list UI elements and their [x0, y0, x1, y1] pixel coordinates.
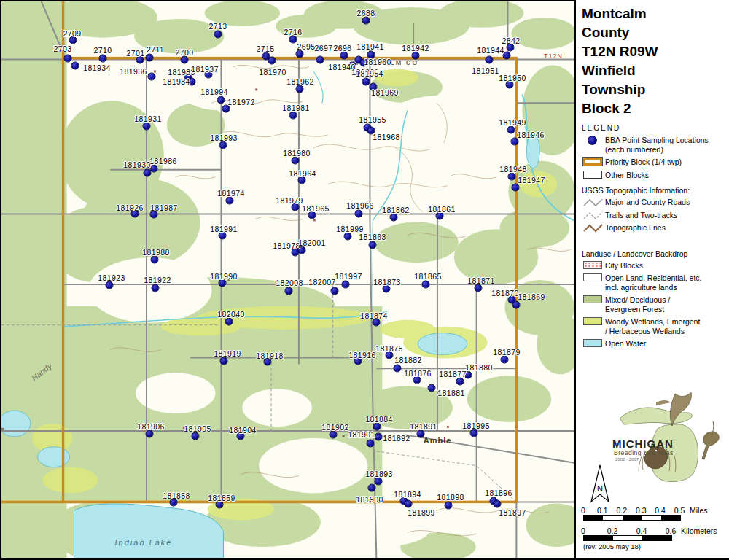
map-title-line: County	[582, 23, 729, 42]
bba-point-181892	[375, 433, 383, 441]
bba-point-181877	[456, 378, 464, 386]
place-label: T12N	[544, 52, 563, 60]
bba-point-181954	[362, 78, 370, 86]
map-title-line: Township	[582, 80, 729, 99]
bba-point-2703	[64, 55, 72, 63]
bba-point-label: 181968	[373, 133, 399, 141]
bba-point-182040	[225, 318, 233, 326]
bba-point-181881	[428, 384, 436, 392]
bba-point-label: 181899	[408, 508, 434, 517]
priority-swatch-icon	[583, 158, 602, 166]
bba-point-181995	[470, 429, 478, 438]
scale-tick: 0.5	[674, 506, 685, 515]
bba-point-181988	[151, 256, 159, 264]
bba-point-2713	[214, 31, 222, 39]
legend-items: BBA Point Sampling Locations(each number…	[576, 133, 729, 181]
bba-point-181997	[342, 281, 350, 289]
scale-segment	[584, 516, 603, 520]
bba-point-181897	[494, 500, 502, 508]
bba-point-label: 181871	[467, 276, 494, 285]
bba-point-label: 181879	[493, 348, 520, 357]
bba-point-label: 181930	[123, 160, 150, 169]
bba-point-label: 182040	[217, 310, 244, 319]
revision-note: (rev. 2005 may 18)	[583, 542, 641, 551]
bba-point-label: 181916	[348, 351, 375, 359]
bba-point-label: 181955	[359, 115, 386, 124]
scale-segment	[642, 516, 660, 520]
logo-subtitle: Breeding Bird Atlas	[614, 449, 674, 456]
legend-item-label: (each numbered)	[605, 145, 729, 155]
bba-point-label: 181970	[259, 68, 286, 77]
legend-item: Trails and Two-tracks	[582, 209, 729, 222]
north-letter: N	[597, 484, 603, 493]
bba-point-181865	[422, 281, 430, 289]
scale-segment	[613, 536, 642, 540]
legend-item: City Blocks	[582, 259, 729, 272]
bba-point-label: 2700	[176, 48, 194, 57]
bba-point-label: 181882	[394, 356, 421, 365]
bba-point-label: 182008	[276, 279, 303, 287]
scale-segment	[623, 516, 642, 520]
bba-point-label: 181948	[499, 165, 526, 174]
bba-point-182007	[331, 287, 339, 295]
bba-point-label: 181949	[499, 118, 526, 127]
legend-item-label: incl. agriculture lands	[605, 283, 729, 292]
bba-point-181922	[152, 284, 160, 292]
bba-point-181884	[373, 423, 381, 431]
scale-tick: 0	[581, 506, 585, 515]
legend-item: Major and County Roads	[582, 195, 729, 209]
bba-point-181999	[344, 233, 352, 241]
wetland-swatch-icon	[583, 317, 602, 325]
bba-point-181936	[148, 73, 156, 81]
scale-tick: 0.4	[636, 526, 647, 535]
bba-point-label: 181931	[134, 114, 161, 123]
open-swatch-icon	[583, 273, 602, 281]
topo-line-swatch-icon	[583, 223, 604, 233]
bba-point-label: 181926	[116, 203, 143, 212]
bba-point-label: 181858	[163, 491, 190, 500]
legend-item-label: Topographic Lnes	[605, 223, 729, 233]
bba-point-label: 181862	[382, 206, 409, 214]
bba-point-181951	[486, 56, 494, 64]
scale-tick: 0.2	[616, 506, 627, 515]
bba-point-label: 181870	[491, 289, 518, 298]
landuse-items: City BlocksOpen Land, Residential, etc.i…	[576, 259, 729, 350]
legend-item-label: Open Land, Residential, etc.	[605, 273, 729, 283]
north-arrow-icon: N	[589, 464, 611, 506]
bba-point-label: 181923	[98, 273, 125, 282]
bba-point-label: 181869	[518, 292, 545, 301]
bba-point-label: 181874	[360, 311, 387, 320]
scale-tick: 0.1	[597, 506, 608, 515]
bba-point-2700	[181, 56, 189, 64]
bba-point-181871	[475, 284, 483, 292]
bba-point-label: 181993	[210, 133, 237, 142]
bba-point-181931	[143, 122, 151, 131]
bba-point-2711	[146, 54, 154, 62]
map-title: MontcalmCountyT12N R09WWinfieldTownshipB…	[582, 4, 729, 118]
bba-point-label: 181951	[472, 66, 499, 75]
bba-point-label: 181900	[356, 495, 383, 504]
bba-point-2716	[289, 36, 297, 44]
bba-point-label: 2711	[147, 45, 164, 54]
bba-point-181942	[412, 52, 420, 60]
bba-point-label: 181893	[365, 470, 392, 478]
bba-point-label: 181995	[462, 421, 489, 430]
bba-point-label: 181994	[200, 88, 227, 96]
legend-item-label: Other Blocks	[605, 171, 729, 180]
legend-sidebar: MontcalmCountyT12N R09WWinfieldTownshipB…	[576, 0, 729, 560]
legend-item-label: Mixed/ Deciduous /	[605, 295, 729, 305]
bba-point-swatch-icon	[588, 136, 597, 145]
scale-tick: 0.4	[655, 506, 666, 515]
bba-point-label: 181986	[149, 157, 176, 166]
bba-point-label: 182001	[298, 238, 325, 247]
bba-point-181901	[367, 440, 375, 448]
bba-point-2695	[296, 50, 304, 58]
bba-point-label: 181894	[394, 490, 421, 499]
bba-point-label: 181965	[302, 204, 329, 213]
bba-point-181869	[512, 301, 521, 309]
bba-point-181949	[507, 126, 515, 134]
bba-point-label: 2709	[63, 29, 82, 38]
bba-point-label: 181944	[477, 46, 504, 55]
legend-item: Topographic Lnes	[582, 221, 729, 234]
legend-item-label: BBA Point Sampling Locations	[605, 136, 729, 145]
